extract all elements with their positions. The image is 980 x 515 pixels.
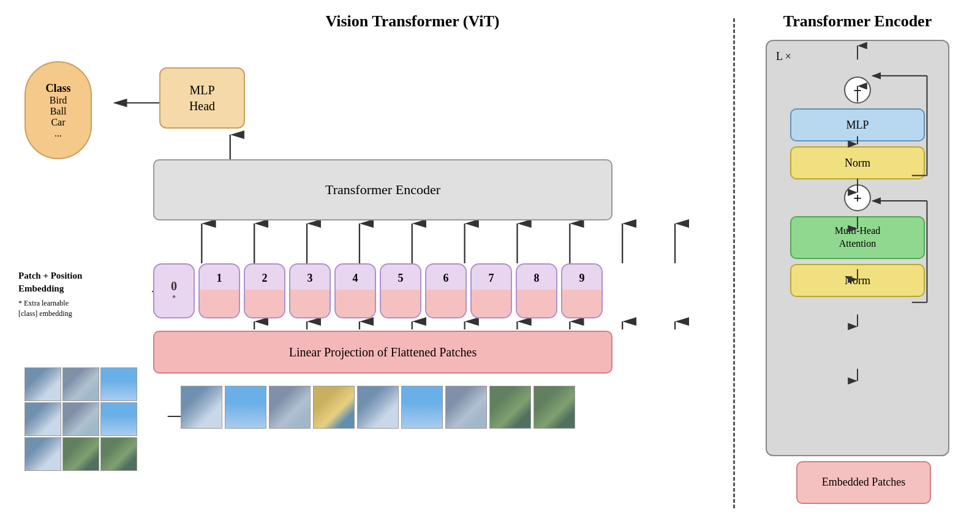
source-patch-9	[100, 437, 137, 471]
source-patch-6	[100, 402, 137, 436]
extra-note: * Extra learnable[class] embedding	[18, 298, 129, 319]
embedded-patches-label: Embedded Patches	[822, 475, 905, 490]
encoder-norm-bottom: Norm	[790, 264, 925, 297]
linear-proj-label: Linear Projection of Flattened Patches	[289, 345, 477, 359]
source-patch-2	[62, 367, 99, 401]
token-2: 2	[244, 263, 285, 318]
source-patch-5	[62, 402, 99, 436]
tokens-row: 0 * 1 2 3 4 5	[153, 263, 603, 318]
class-label: Class	[45, 82, 70, 95]
encoder-norm-top-label: Norm	[845, 157, 870, 170]
token-top-6: 6	[426, 265, 466, 292]
token-top-2: 2	[245, 265, 284, 292]
vit-section: Vision Transformer (ViT)	[18, 12, 715, 502]
class-item-ellipsis: ...	[55, 128, 62, 139]
embedded-patches-wrapper: Embedded Patches	[766, 461, 962, 504]
token-0: 0 *	[153, 263, 195, 318]
encoder-title: Transformer Encoder	[753, 12, 962, 31]
flat-patch-6	[401, 386, 443, 429]
flat-patch-2	[225, 386, 266, 429]
encoder-mha-block: Multi-HeadAttention	[790, 216, 925, 259]
token-star: *	[172, 293, 176, 303]
token-7: 7	[470, 263, 512, 318]
flat-patch-7	[445, 386, 487, 429]
main-container: Vision Transformer (ViT)	[0, 0, 980, 515]
class-bubble: Class Bird Ball Car ...	[24, 61, 92, 159]
source-patch-8	[62, 437, 99, 471]
transformer-encoder-label: Transformer Encoder	[325, 182, 440, 198]
encoder-norm-top: Norm	[790, 146, 925, 179]
token-bottom-8	[517, 290, 556, 317]
token-1: 1	[198, 263, 240, 318]
flat-patch-9	[533, 386, 575, 429]
lx-label: L ×	[776, 50, 791, 63]
mlp-head-label: MLPHead	[189, 82, 215, 114]
encoder-section: Transformer Encoder L ×	[753, 12, 962, 502]
token-bottom-2	[245, 290, 284, 317]
source-patch-3	[100, 367, 137, 401]
encoder-mlp-block: MLP	[790, 108, 925, 141]
encoder-norm-bottom-label: Norm	[845, 274, 870, 287]
flat-patch-5	[357, 386, 399, 429]
token-top-7: 7	[472, 265, 511, 292]
transformer-encoder-box: Transformer Encoder	[153, 159, 612, 220]
token-num-0: 0	[171, 279, 177, 293]
token-4: 4	[334, 263, 376, 318]
source-patch-7	[24, 437, 61, 471]
linear-projection-box: Linear Projection of Flattened Patches	[153, 331, 612, 374]
encoder-mlp-label: MLP	[846, 119, 869, 132]
plus-circle-bottom: +	[844, 184, 871, 211]
token-bottom-4	[336, 290, 375, 317]
plus-symbol-top: +	[853, 82, 862, 99]
token-top-9: 9	[562, 265, 601, 292]
patch-pos-bold: Patch + PositionEmbedding	[18, 271, 82, 293]
class-item-ball: Ball	[50, 106, 67, 117]
patch-position-label: Patch + PositionEmbedding * Extra learna…	[18, 269, 129, 319]
mlp-head-box: MLPHead	[159, 67, 245, 129]
section-divider	[733, 18, 735, 508]
source-patch-4	[24, 402, 61, 436]
token-bottom-9	[562, 290, 601, 317]
encoder-mha-label: Multi-HeadAttention	[835, 225, 881, 250]
token-3: 3	[289, 263, 331, 318]
encoder-outer-box: L ×	[766, 40, 949, 456]
source-patch-1	[24, 367, 61, 401]
class-item-bird: Bird	[50, 95, 67, 106]
token-8: 8	[516, 263, 557, 318]
flat-patch-3	[269, 386, 311, 429]
token-5: 5	[380, 263, 421, 318]
token-bottom-7	[472, 290, 511, 317]
token-bottom-6	[426, 290, 466, 317]
flat-patch-8	[489, 386, 531, 429]
vit-title: Vision Transformer (ViT)	[110, 12, 715, 31]
token-top-5: 5	[381, 265, 420, 292]
token-top-8: 8	[517, 265, 556, 292]
token-top-4: 4	[336, 265, 375, 292]
encoder-diagram: L ×	[753, 40, 962, 504]
plus-symbol-bottom: +	[853, 190, 862, 206]
token-6: 6	[425, 263, 467, 318]
flat-patches-row	[181, 386, 575, 429]
plus-circle-top: +	[844, 77, 871, 103]
token-9: 9	[561, 263, 603, 318]
source-patches-grid	[24, 367, 137, 471]
token-bottom-1	[200, 290, 239, 317]
token-bottom-3	[290, 290, 330, 317]
class-item-car: Car	[51, 117, 65, 128]
flat-patch-1	[181, 386, 222, 429]
token-bottom-5	[381, 290, 420, 317]
flat-patch-4	[313, 386, 355, 429]
token-top-1: 1	[200, 265, 239, 292]
token-top-3: 3	[290, 265, 330, 292]
embedded-patches-box: Embedded Patches	[796, 461, 931, 504]
